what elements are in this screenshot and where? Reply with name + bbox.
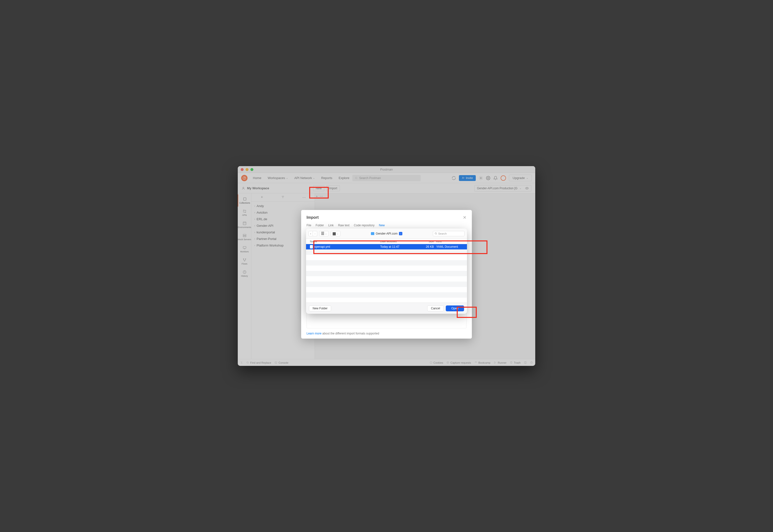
col-header-name[interactable]: Name [310,240,380,243]
global-search[interactable]: Search Postman [352,175,421,181]
nav-home[interactable]: Home [251,175,264,181]
footer-help-icon[interactable] [530,361,533,364]
upgrade-button[interactable]: Upgrade⌄ [509,175,532,181]
close-icon[interactable]: ✕ [463,215,466,220]
collection-label: kundenportal [257,230,275,234]
invite-button[interactable]: Invite [459,175,476,181]
chevron-down-icon: ⌄ [313,177,315,179]
nav-api-network[interactable]: API Network⌄ [292,175,317,181]
import-tab-link[interactable]: Link [328,224,334,227]
import-tab-repo[interactable]: Code repository [354,224,375,227]
document-icon [310,245,313,248]
rail-apis[interactable]: APIs [238,207,252,219]
cancel-button[interactable]: Cancel [427,305,444,311]
rail-history[interactable]: History [238,267,252,280]
col-header-kind[interactable]: Kind [436,240,463,243]
file-dialog-footer: New Folder Cancel Open [306,303,467,314]
grid-icon: ▦ [332,231,336,236]
file-dialog-search[interactable]: Search [433,231,464,236]
sync-icon[interactable] [452,176,456,180]
footer-capture[interactable]: Capture requests [446,361,471,364]
svg-point-2 [463,177,463,178]
svg-rect-11 [243,234,246,235]
new-folder-button[interactable]: New Folder [309,305,331,311]
footer-console[interactable]: Console [275,361,288,364]
environment-label: Gender-API.com Production [G [477,187,517,190]
list-view-button[interactable]: ☰⌄ [319,231,329,236]
maximize-window-button[interactable] [251,168,253,171]
col-header-size[interactable]: Size [419,240,436,243]
svg-point-3 [480,177,482,179]
footer-sync-icon[interactable] [240,361,243,364]
file-row-empty [306,271,467,276]
footer-panes-icon[interactable] [524,361,527,364]
import-button[interactable]: Import [326,185,340,191]
nav-back-button[interactable]: ‹ [309,231,313,236]
caret-right-icon: › [254,224,255,227]
file-row[interactable]: openapi.ymlToday at 11:4726 KBYAML Docum… [306,244,467,249]
footer-find-replace[interactable]: Find and Replace [246,361,271,364]
eye-icon[interactable] [525,187,529,190]
col-header-modified[interactable]: Date Modified [380,240,419,243]
collection-item[interactable]: ›Andy [252,203,315,209]
caret-right-icon: › [254,244,255,247]
import-tab-raw[interactable]: Raw text [338,224,349,227]
collection-label: Avicilon [257,211,268,214]
group-view-button[interactable]: ▦⌄ [331,231,340,236]
import-tab-file[interactable]: File [307,224,311,227]
workspace-selector[interactable]: My Workspace [242,186,269,190]
caret-right-icon: › [254,218,255,220]
file-row-empty [306,287,467,292]
open-button[interactable]: Open [446,305,464,311]
file-name: openapi.yml [314,245,330,248]
svg-point-20 [430,361,432,363]
footer-trash[interactable]: Trash [510,361,521,364]
rail-mock-servers[interactable]: Mock Servers [238,231,252,243]
rail-environments[interactable]: Environments [238,219,252,231]
more-icon[interactable]: ⋯ [302,196,306,199]
add-tab-icon[interactable]: + [316,194,318,198]
left-rail: Collections APIs Environments Mock Serve… [238,193,252,359]
nav-reports[interactable]: Reports [319,175,335,181]
chevron-down-icon: ⌄ [286,177,288,179]
environment-selector[interactable]: Gender-API.com Production [G ⌄ [474,185,531,191]
learn-more-link[interactable]: Learn more [307,332,321,335]
nav-workspaces[interactable]: Workspaces⌄ [265,175,291,181]
nav-explore[interactable]: Explore [336,175,352,181]
more-tabs-icon[interactable]: ⋯ [320,194,323,198]
gear-icon[interactable] [486,176,490,180]
new-button[interactable]: New [313,185,324,191]
minimize-window-button[interactable] [246,168,249,171]
import-tab-folder[interactable]: Folder [316,224,324,227]
footer-bootcamp[interactable]: Bootcamp [474,361,491,364]
nav-forward-button[interactable]: › [313,231,317,236]
caret-right-icon: › [254,211,255,214]
status-bar: Find and Replace Console Cookies Capture… [238,359,535,366]
traffic-lights [241,168,253,171]
close-window-button[interactable] [241,168,244,171]
postman-logo[interactable] [241,175,248,181]
svg-rect-10 [243,222,246,225]
path-selector[interactable]: Gender-API.com ⌄ [369,231,404,236]
import-tab-new[interactable]: New [379,224,385,227]
filter-icon[interactable] [281,195,285,200]
svg-point-5 [243,187,244,188]
user-avatar[interactable] [501,175,506,181]
rail-flows[interactable]: Flows [238,255,252,267]
sidebar-tools: ⋯ [252,193,315,202]
invite-icon [462,177,464,179]
chevron-down-icon: ⌄ [526,177,528,179]
notifications-settings-icon[interactable] [479,176,483,180]
svg-rect-13 [243,246,246,248]
footer-runner[interactable]: Runner [494,361,506,364]
caret-right-icon: › [254,231,255,234]
rail-monitors[interactable]: Monitors [238,243,252,255]
plus-icon[interactable] [260,195,264,200]
svg-point-9 [245,212,246,212]
svg-point-18 [247,362,248,363]
collection-label: Platform Workshop [257,244,283,247]
footer-cookies[interactable]: Cookies [430,361,443,364]
rail-collections[interactable]: Collections [238,194,252,207]
file-row-empty [306,255,467,260]
bell-icon[interactable] [493,176,498,180]
